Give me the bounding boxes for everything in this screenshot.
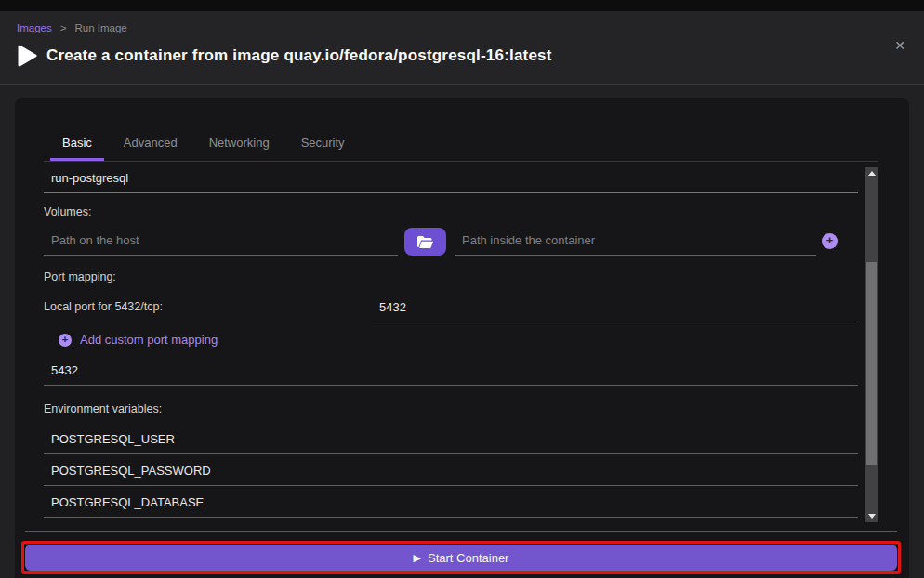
scrollbar-down-arrow-icon[interactable] xyxy=(868,514,876,519)
add-volume-button[interactable]: + xyxy=(822,233,838,249)
start-container-label: Start Container xyxy=(428,551,508,565)
run-image-panel: Basic Advanced Networking Security Volum… xyxy=(15,98,909,578)
highlight-annotation: ▶ Start Container xyxy=(21,541,901,574)
add-custom-port-mapping-label: Add custom port mapping xyxy=(80,333,218,347)
env-name-input[interactable] xyxy=(44,423,858,454)
start-container-button[interactable]: ▶ Start Container xyxy=(25,545,897,571)
env-name-input[interactable] xyxy=(44,454,858,486)
local-port-input[interactable] xyxy=(372,291,858,322)
container-path-input[interactable] xyxy=(455,224,816,256)
custom-port-row: − xyxy=(44,354,858,386)
tab-networking[interactable]: Networking xyxy=(197,130,282,161)
page-title: Create a container from image quay.io/fe… xyxy=(46,46,552,65)
close-icon[interactable]: ✕ xyxy=(894,39,905,52)
dialog-header: Images > Run Image ✕ Create a container … xyxy=(0,11,924,85)
run-play-icon xyxy=(17,45,37,67)
breadcrumb-current: Run Image xyxy=(74,22,126,33)
add-custom-port-mapping[interactable]: + Add custom port mapping xyxy=(59,333,218,347)
browse-host-path-button[interactable] xyxy=(404,228,446,256)
breadcrumb-images-link[interactable]: Images xyxy=(17,22,52,33)
volumes-label: Volumes: xyxy=(44,205,858,218)
tab-bar: Basic Advanced Networking Security xyxy=(44,130,878,162)
env-name-input[interactable] xyxy=(44,486,858,518)
scrollbar-up-arrow-icon[interactable] xyxy=(868,171,876,176)
container-name-input[interactable] xyxy=(44,162,858,193)
local-port-row: Local port for 5432/tcp: xyxy=(44,291,858,322)
scrollbar[interactable] xyxy=(865,167,878,522)
scrollbar-thumb[interactable] xyxy=(866,262,877,465)
env-row: + xyxy=(44,486,858,518)
env-row: − xyxy=(44,423,858,454)
basic-tab-content: Volumes: + Port mapping: Local port for … xyxy=(44,162,878,524)
play-icon: ▶ xyxy=(414,553,421,563)
tab-basic[interactable]: Basic xyxy=(50,130,104,161)
breadcrumb: Images > Run Image xyxy=(17,22,907,33)
folder-icon xyxy=(416,235,434,249)
custom-host-port-input[interactable] xyxy=(44,354,858,386)
tab-security[interactable]: Security xyxy=(289,130,357,161)
local-port-label: Local port for 5432/tcp: xyxy=(44,300,372,322)
port-mapping-label: Port mapping: xyxy=(44,270,858,283)
environment-variables-label: Environment variables: xyxy=(44,402,858,415)
volume-row: + xyxy=(44,224,858,256)
env-row: − xyxy=(44,454,858,486)
host-path-input[interactable] xyxy=(44,224,398,256)
window-titlebar xyxy=(0,0,924,11)
tab-advanced[interactable]: Advanced xyxy=(112,130,190,161)
footer-divider xyxy=(25,531,897,532)
plus-circle-icon: + xyxy=(59,334,72,347)
breadcrumb-separator: > xyxy=(60,22,67,33)
